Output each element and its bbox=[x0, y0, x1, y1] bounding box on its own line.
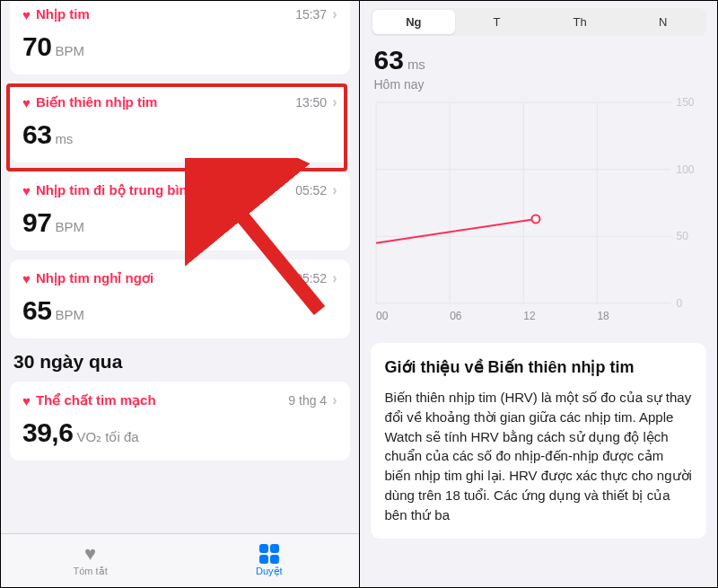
segment-year[interactable]: N bbox=[621, 10, 705, 34]
card-title: Nhịp tim đi bộ trung bình bbox=[36, 182, 196, 198]
card-title: Nhịp tim nghỉ ngơi bbox=[36, 270, 153, 286]
segment-week[interactable]: T bbox=[455, 10, 538, 34]
hero-unit: ms bbox=[407, 57, 425, 72]
card-time: 9 thg 4 bbox=[288, 393, 327, 408]
tab-browse[interactable]: Duyệt bbox=[180, 534, 358, 587]
card-value: 97 bbox=[22, 207, 51, 238]
card-unit: VO₂ tối đa bbox=[76, 429, 138, 445]
chevron-right-icon: › bbox=[332, 392, 337, 408]
health-list-pane: ♥ Nhịp tim 15:37 › 70 BPM ♥ bbox=[1, 1, 360, 587]
hero-summary: 63 ms Hôm nay bbox=[360, 45, 718, 97]
card-time: 05:52 bbox=[295, 183, 327, 197]
svg-point-17 bbox=[531, 215, 539, 223]
tab-summary[interactable]: ♥ Tóm tắt bbox=[1, 534, 180, 587]
card-value: 39,6 bbox=[22, 417, 73, 448]
heart-icon: ♥ bbox=[22, 272, 31, 285]
heart-icon: ♥ bbox=[22, 96, 31, 110]
card-unit: BPM bbox=[55, 43, 84, 58]
grid-icon bbox=[259, 544, 279, 564]
tab-label: Tóm tắt bbox=[74, 566, 108, 577]
time-range-segment[interactable]: Ng T Th N bbox=[371, 8, 707, 36]
chevron-right-icon: › bbox=[332, 94, 337, 110]
heart-filled-icon: ♥ bbox=[84, 544, 96, 564]
hero-subtitle: Hôm nay bbox=[374, 77, 704, 92]
card-unit: ms bbox=[55, 131, 73, 146]
heart-icon: ♥ bbox=[22, 8, 31, 22]
svg-text:50: 50 bbox=[676, 230, 688, 242]
card-value: 65 bbox=[22, 295, 51, 326]
section-heading: 30 ngày qua bbox=[13, 351, 346, 373]
hrv-detail-pane: Ng T Th N 63 ms Hôm nay 0501001500006121… bbox=[360, 1, 718, 587]
tab-bar: ♥ Tóm tắt Duyệt bbox=[1, 533, 359, 587]
line-chart-svg: 05010015000061218 bbox=[371, 97, 707, 330]
segment-month[interactable]: Th bbox=[538, 10, 622, 34]
chevron-right-icon: › bbox=[332, 270, 337, 286]
heart-icon: ♥ bbox=[22, 394, 31, 408]
card-hrv[interactable]: ♥ Biến thiên nhịp tim 13:50 › 63 ms bbox=[10, 83, 350, 162]
card-value: 70 bbox=[22, 31, 51, 62]
tab-label: Duyệt bbox=[256, 566, 283, 577]
scroll-area: ♥ Nhịp tim 15:37 › 70 BPM ♥ bbox=[1, 1, 359, 533]
segment-day[interactable]: Ng bbox=[372, 10, 456, 34]
card-value: 63 bbox=[22, 119, 51, 150]
svg-text:0: 0 bbox=[676, 297, 682, 310]
card-unit: BPM bbox=[55, 307, 84, 322]
card-heart-rate[interactable]: ♥ Nhịp tim 15:37 › 70 BPM bbox=[10, 1, 350, 75]
info-card: Giới thiệu về Biến thiên nhịp tim Biến t… bbox=[371, 343, 707, 539]
svg-text:100: 100 bbox=[676, 163, 694, 176]
heart-icon: ♥ bbox=[22, 184, 31, 197]
info-body: Biến thiên nhịp tim (HRV) là một số đo c… bbox=[385, 388, 693, 524]
svg-text:00: 00 bbox=[375, 310, 388, 322]
card-unit: BPM bbox=[55, 219, 84, 234]
hrv-chart[interactable]: 05010015000061218 bbox=[371, 97, 707, 330]
chevron-right-icon: › bbox=[332, 182, 337, 198]
card-title: Biến thiên nhịp tim bbox=[36, 94, 157, 110]
svg-text:150: 150 bbox=[676, 97, 694, 109]
svg-text:06: 06 bbox=[450, 310, 462, 322]
info-title: Giới thiệu về Biến thiên nhịp tim bbox=[385, 357, 693, 377]
svg-text:12: 12 bbox=[523, 310, 536, 322]
hero-value: 63 bbox=[374, 45, 404, 75]
chevron-right-icon: › bbox=[332, 6, 337, 22]
svg-text:18: 18 bbox=[597, 310, 609, 322]
card-resting-hr[interactable]: ♥ Nhịp tim nghỉ ngơi 05:52 › 65 BPM bbox=[10, 259, 350, 338]
card-time: 13:50 bbox=[295, 95, 327, 110]
card-cardio-fitness[interactable]: ♥ Thể chất tim mạch 9 thg 4 › 39,6 VO₂ t… bbox=[10, 382, 350, 461]
card-time: 15:37 bbox=[295, 7, 327, 22]
card-walking-hr[interactable]: ♥ Nhịp tim đi bộ trung bình 05:52 › 97 B… bbox=[10, 171, 350, 250]
card-time: 05:52 bbox=[295, 271, 327, 285]
card-title: Nhịp tim bbox=[36, 6, 90, 22]
card-title: Thể chất tim mạch bbox=[36, 392, 156, 408]
